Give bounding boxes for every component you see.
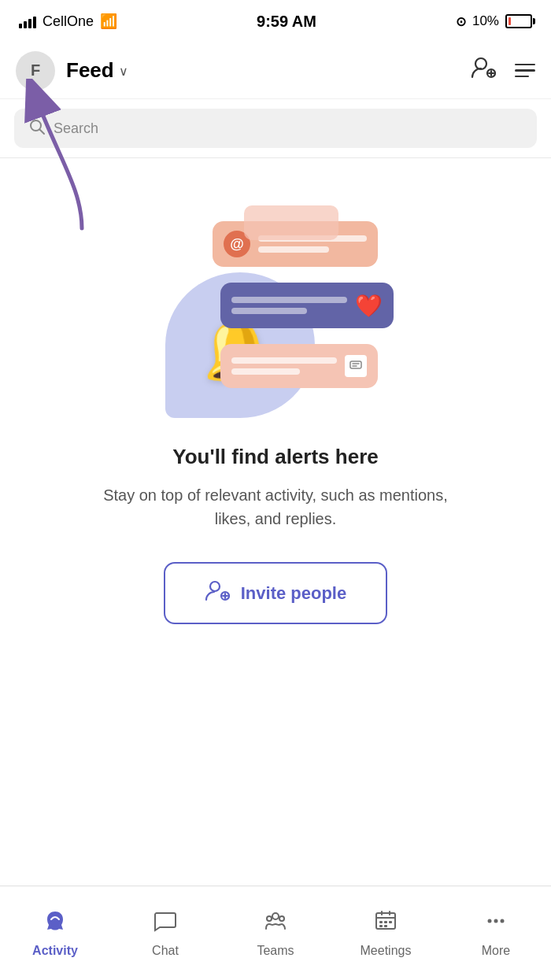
teams-label: Teams bbox=[257, 944, 294, 958]
more-label: More bbox=[482, 944, 510, 958]
nav-item-chat[interactable]: Chat bbox=[110, 886, 220, 980]
svg-point-14 bbox=[272, 913, 279, 919]
svg-rect-24 bbox=[379, 925, 383, 927]
signal-bar-1 bbox=[19, 24, 22, 28]
chat-icon bbox=[153, 908, 178, 939]
reply-icon bbox=[345, 355, 367, 377]
chat-label: Chat bbox=[152, 944, 179, 958]
svg-point-10 bbox=[210, 582, 220, 591]
header-title-group: Feed ∨ bbox=[66, 58, 471, 83]
chevron-down-icon[interactable]: ∨ bbox=[119, 64, 128, 79]
signal-bar-3 bbox=[28, 19, 31, 28]
meetings-icon bbox=[373, 908, 398, 939]
svg-rect-25 bbox=[384, 925, 387, 927]
invite-button-label: Invite people bbox=[241, 583, 346, 604]
like-card: ❤️ bbox=[220, 283, 394, 328]
svg-point-16 bbox=[279, 916, 284, 921]
status-time: 9:59 AM bbox=[257, 13, 316, 31]
nav-item-activity[interactable]: Activity bbox=[0, 886, 110, 980]
hamburger-line-2 bbox=[515, 69, 535, 72]
like-card-lines bbox=[231, 297, 347, 314]
hamburger-line-1 bbox=[515, 64, 535, 66]
signal-bars bbox=[19, 14, 36, 28]
svg-point-28 bbox=[501, 919, 505, 923]
signal-bar-2 bbox=[24, 21, 27, 28]
add-people-icon[interactable] bbox=[471, 56, 496, 85]
like-line-2 bbox=[231, 308, 307, 314]
bottom-nav: Activity Chat Teams bbox=[0, 886, 551, 980]
meetings-label: Meetings bbox=[361, 944, 412, 958]
svg-point-15 bbox=[267, 916, 272, 921]
alert-subtitle: Stay on top of relevant activity, such a… bbox=[102, 483, 449, 531]
bg-card bbox=[244, 205, 338, 240]
invite-icon bbox=[205, 579, 230, 607]
teams-icon bbox=[263, 908, 288, 939]
illustration: 🔔 @ ❤️ bbox=[150, 174, 401, 426]
battery-fill bbox=[508, 17, 511, 25]
activity-icon bbox=[43, 908, 68, 939]
carrier-name: CellOne bbox=[43, 13, 94, 30]
hamburger-line-3 bbox=[515, 76, 529, 78]
battery-percentage: 10% bbox=[472, 13, 499, 29]
more-icon bbox=[483, 908, 508, 939]
signal-bar-4 bbox=[33, 17, 36, 28]
activity-label: Activity bbox=[32, 944, 78, 958]
reply-line-1 bbox=[231, 357, 337, 364]
svg-rect-22 bbox=[384, 921, 387, 923]
heart-icon: ❤️ bbox=[355, 293, 383, 319]
status-right: ⊙ 10% bbox=[456, 13, 532, 29]
svg-rect-21 bbox=[379, 921, 383, 923]
purple-arrow bbox=[11, 79, 98, 239]
reply-card bbox=[220, 344, 378, 388]
svg-point-27 bbox=[494, 919, 498, 923]
reply-card-lines bbox=[231, 357, 337, 375]
battery-icon bbox=[505, 14, 532, 28]
svg-rect-23 bbox=[389, 921, 392, 923]
svg-point-26 bbox=[488, 919, 492, 923]
menu-icon[interactable] bbox=[515, 64, 535, 78]
alert-title: You'll find alerts here bbox=[172, 445, 378, 469]
nav-item-teams[interactable]: Teams bbox=[220, 886, 331, 980]
mention-line-2 bbox=[258, 246, 329, 253]
status-left: CellOne 📶 bbox=[19, 13, 117, 30]
svg-rect-7 bbox=[350, 361, 361, 368]
status-bar: CellOne 📶 9:59 AM ⊙ 10% bbox=[0, 0, 551, 43]
reply-line-2 bbox=[231, 368, 300, 375]
nav-item-more[interactable]: More bbox=[441, 886, 551, 980]
wifi-icon: 📶 bbox=[100, 13, 117, 30]
location-icon: ⊙ bbox=[456, 14, 466, 29]
header-actions bbox=[471, 56, 535, 85]
nav-item-meetings[interactable]: Meetings bbox=[331, 886, 441, 980]
like-line-1 bbox=[231, 297, 347, 303]
invite-people-button[interactable]: Invite people bbox=[164, 562, 387, 624]
